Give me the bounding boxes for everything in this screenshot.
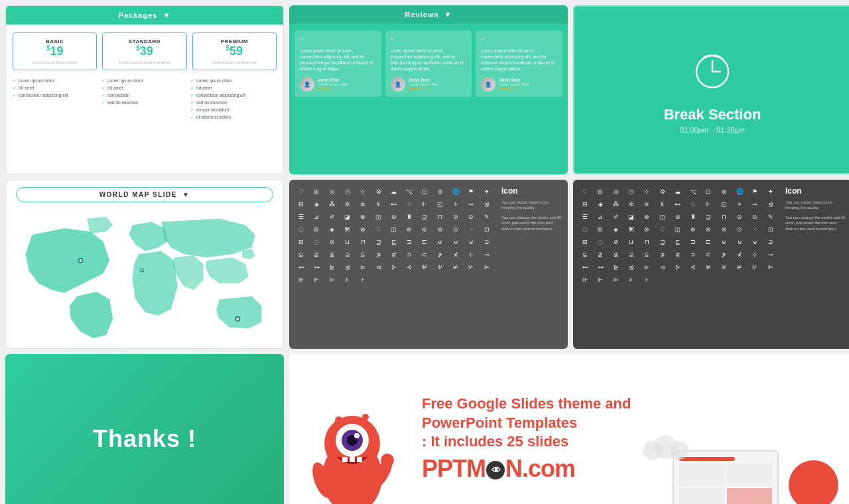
- icon-cell: ⊭: [734, 262, 745, 273]
- feature-item: ✓Int amet: [13, 86, 99, 91]
- icon-cell: ⊻: [373, 199, 384, 210]
- icons-info-dark: Icon You can resize these icons keeping …: [785, 186, 845, 342]
- slide-packages: Packages ▼ BASIC $19 Lorem ipsum facet s…: [5, 5, 284, 174]
- feature-item: ✓sed do eiusmod: [190, 100, 277, 105]
- icon-cell: ⊛: [641, 212, 652, 222]
- review-text-1: Lorem ipsum dolor sit amet, consectetur …: [300, 48, 376, 72]
- slide-break: Break Section 01:00pm – 01:30pm: [573, 5, 849, 174]
- feature-item: ✓sed do eiusmod: [101, 100, 188, 105]
- slide-reviews: Reviews ▼ " Lorem ipsum dolor sit amet, …: [289, 5, 568, 174]
- icon-cell: ⊪: [580, 275, 590, 285]
- icon-cell: ⊸: [765, 249, 776, 260]
- icon-cell: ⊹: [358, 186, 368, 197]
- icon-cell: ⌘: [342, 224, 353, 235]
- icon-cell: ⊩: [595, 275, 606, 285]
- icon-cell: ◫: [389, 224, 399, 235]
- icon-cell: ⊖: [389, 212, 399, 222]
- map-dropdown-icon[interactable]: ▼: [182, 191, 190, 198]
- feature-item: ✓consectetur adipiscing elit: [13, 93, 99, 98]
- icon-cell: ⊈: [611, 249, 621, 260]
- feature-item: ✓consectetur adipiscing elit: [190, 93, 277, 98]
- icon-cell: ⊷: [296, 262, 306, 273]
- icon-cell: ⊶: [595, 262, 606, 273]
- icon-cell: ⊴: [765, 199, 776, 210]
- monster-character: [309, 391, 395, 504]
- icon-cell: ⊻: [657, 199, 668, 210]
- icon-cell: ⊫: [482, 262, 492, 273]
- slide-map: WORLD MAP SLIDE ▼: [5, 180, 284, 349]
- icon-cell: ✐: [611, 212, 621, 222]
- icon-cell: ◪: [342, 212, 353, 222]
- world-map: [6, 206, 283, 342]
- promo-desc: : It includes 25 slides: [422, 432, 832, 452]
- icon-cell: ⊀: [450, 249, 461, 260]
- icon-cell: ⊕: [688, 224, 698, 235]
- icon-cell: ⊭: [450, 262, 461, 273]
- icon-cell: ⊚: [703, 224, 714, 235]
- icon-cell: ⊬: [466, 262, 476, 273]
- packages-cards: BASIC $19 Lorem ipsum facet shares STAND…: [13, 32, 277, 70]
- review-quote-icon: ": [300, 36, 376, 46]
- icon-cell: ♡: [296, 186, 306, 197]
- reviews-dropdown-icon[interactable]: ▼: [444, 11, 452, 19]
- icon-cell: ⊔: [342, 237, 353, 247]
- icon-cell: ◎: [327, 186, 338, 197]
- icons-info-text1-dark: You can resize these icons keeping the q…: [785, 200, 845, 211]
- icon-cell: ⊹: [466, 249, 476, 260]
- icon-cell: ⊟: [580, 199, 590, 210]
- icon-cell: ⊴: [342, 262, 353, 273]
- icon-cell: ⊖: [673, 212, 683, 222]
- review-avatar-2: 👤: [391, 77, 405, 92]
- icon-cell: ⊚: [419, 224, 430, 235]
- icon-cell: ⊲: [657, 262, 668, 273]
- icon-cell: ⚙: [373, 186, 384, 197]
- icon-cell: ⊒: [703, 212, 714, 222]
- icons-info-title-light: Icon: [501, 186, 561, 196]
- icon-cell: ♜: [404, 212, 415, 222]
- icon-cell: ⊘: [611, 237, 621, 247]
- map-header: WORLD MAP SLIDE ▼: [16, 187, 273, 202]
- icon-cell: ⊁: [719, 249, 730, 260]
- icon-cell: ✎: [482, 212, 492, 222]
- pkg-standard-desc: Lorem ipsum aperire et amet: [107, 60, 182, 64]
- icon-cell: ⊞: [595, 224, 606, 235]
- icon-cell: ⌥: [404, 186, 415, 197]
- icon-cell: ⊡: [419, 186, 430, 197]
- icon-cell: ⊹: [750, 249, 760, 260]
- review-quote-icon: ": [481, 36, 557, 46]
- icon-cell: ◷: [626, 186, 637, 197]
- icon-cell: ⊪: [296, 275, 306, 285]
- icon-cell: ⊀: [734, 249, 745, 260]
- icon-cell: ⊴: [626, 262, 637, 273]
- icon-cell: ⊚: [342, 199, 353, 210]
- review-author-2: 👤 John Doe Lorem ipsum dolor ★★★☆☆: [391, 77, 467, 92]
- icon-cell: ⊔: [626, 237, 637, 247]
- icon-cell: ⊍: [450, 237, 461, 247]
- icon-cell: ⊧: [734, 199, 745, 210]
- icons-info-text1-light: You can resize these icons keeping the q…: [501, 200, 561, 211]
- pkg-basic-desc: Lorem ipsum facet shares: [17, 60, 92, 64]
- icon-cell: ⚑: [466, 186, 476, 197]
- svg-point-14: [354, 433, 359, 438]
- icon-cell: ⊯: [703, 262, 714, 273]
- feature-item: ✓tempor incididunt: [190, 107, 277, 113]
- icon-cell: ◌: [296, 224, 306, 235]
- icon-grid-light: ♡ ⊞ ◎ ◷ ⊹ ⚙ ☁ ⌥ ⊡ ⊕ 🌐 ⚑ ✦ ⊟ ◈ ⁂ ⊚ ≋ ⊻ ⊷: [296, 186, 495, 285]
- icon-cell: ⊞: [311, 224, 322, 235]
- icon-cell: ⊃: [404, 249, 415, 260]
- icon-cell: ⊩: [419, 199, 430, 210]
- icon-cell: ⊷: [580, 262, 590, 273]
- icon-cell: ⊉: [311, 249, 322, 260]
- icon-cell: ◫: [673, 224, 683, 235]
- icon-cell: ⊦: [358, 275, 368, 285]
- icon-cell: ⊸: [482, 249, 492, 260]
- packages-dropdown-icon[interactable]: ▼: [163, 11, 170, 19]
- pkg-standard-price: $39: [107, 44, 182, 59]
- icon-cell: ◫: [657, 212, 668, 222]
- feature-item: ✓Lorem ipsum dolor: [13, 78, 99, 84]
- cloud-decoration: [639, 430, 692, 466]
- svg-point-8: [236, 318, 239, 320]
- icon-cell: ⊰: [404, 262, 415, 273]
- icon-cell: 🌐: [450, 186, 461, 197]
- icon-cell: ☰: [296, 212, 306, 222]
